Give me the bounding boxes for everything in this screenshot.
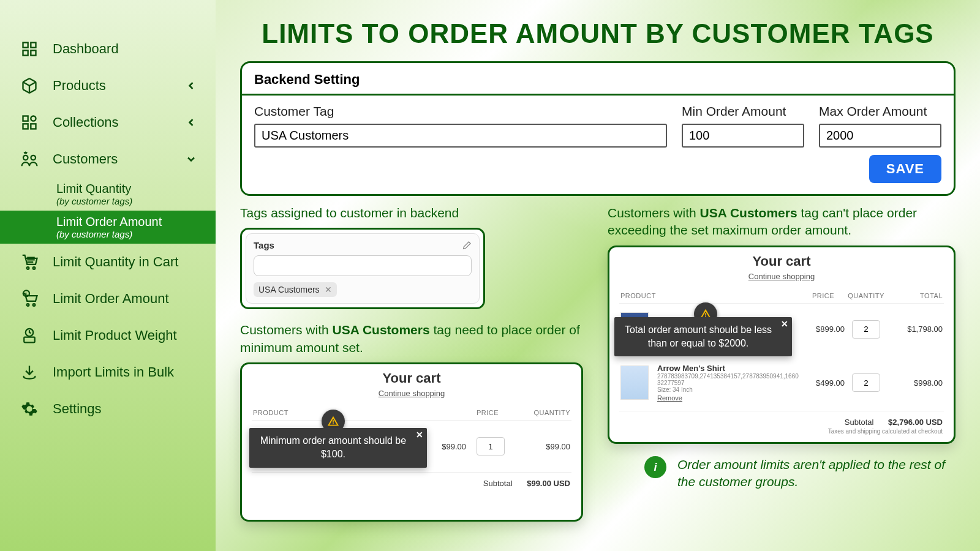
cart-title: Your cart — [619, 253, 944, 269]
nav-settings[interactable]: Settings — [0, 391, 216, 427]
close-icon[interactable]: ✕ — [781, 318, 788, 331]
svg-point-11 — [33, 267, 36, 269]
info-icon: i — [644, 456, 666, 478]
cart-dollar-icon: $ — [18, 288, 40, 310]
sub-title: Limit Order Amount — [56, 214, 197, 229]
svg-rect-2 — [23, 50, 28, 55]
max-tooltip: Total order amount should be less than o… — [614, 317, 792, 357]
min-caption: Customers with USA Customers tag need to… — [240, 321, 583, 356]
remove-link[interactable]: Remove — [657, 394, 682, 402]
tags-caption: Tags assigned to customer in backend — [240, 204, 583, 222]
svg-point-10 — [27, 267, 29, 269]
nav-label: Limit Quantity in Cart — [53, 254, 178, 270]
chevron-right-icon — [185, 80, 197, 92]
product-size: Size: 34 Inch — [657, 386, 802, 393]
save-button[interactable]: SAVE — [869, 155, 941, 183]
nav-label: Products — [53, 78, 106, 94]
dashboard-icon — [18, 38, 40, 60]
min-tooltip: Minimum order amount should be $100. ✕ — [249, 428, 427, 468]
pencil-icon[interactable] — [462, 241, 472, 250]
nav-customers[interactable]: Customers — [0, 141, 216, 178]
import-icon — [18, 361, 40, 383]
product-thumb — [620, 365, 649, 400]
continue-shopping-link[interactable]: Continue shopping — [619, 272, 944, 281]
row-total: $998.00 — [888, 378, 943, 388]
nav-label: Settings — [53, 401, 102, 417]
sub-limit-quantity[interactable]: Limit Quantity (by customer tags) — [0, 178, 216, 211]
product-meta: 278783983709,274135384157,278783950941,1… — [657, 373, 802, 386]
svg-text:$: $ — [25, 291, 28, 296]
product-name: Arrow Men's Shirt — [657, 364, 802, 373]
scale-icon — [18, 324, 40, 347]
chip-label: USA Customers — [258, 285, 320, 294]
sub-subtitle: (by customer tags) — [56, 196, 197, 207]
cart-subtotal: Subtotal $99.00 USD — [252, 472, 571, 488]
nav-limit-qty-cart[interactable]: Limit Quantity in Cart — [0, 244, 216, 280]
row-total: $99.00 — [515, 442, 570, 451]
row-price: $899.00 — [802, 324, 845, 334]
svg-rect-6 — [23, 124, 28, 129]
customer-tag-label: Customer Tag — [254, 104, 667, 119]
nav-import[interactable]: Import Limits in Bulk — [0, 354, 216, 391]
sub-title: Limit Quantity — [56, 181, 197, 196]
info-note: i Order amount limits aren't applied to … — [608, 456, 956, 491]
svg-point-8 — [23, 156, 28, 160]
sub-limit-order-amount[interactable]: Limit Order Amount (by customer tags) — [0, 211, 216, 244]
col-quantity: QUANTITY — [845, 292, 888, 299]
col-quantity: QUANTITY — [515, 409, 570, 416]
min-order-input[interactable] — [682, 124, 804, 148]
col-product: PRODUCT — [620, 292, 802, 299]
qty-input[interactable] — [852, 320, 880, 339]
backend-heading: Backend Setting — [242, 69, 954, 96]
max-caption: Customers with USA Customers tag can't p… — [608, 204, 956, 239]
grid-circle-icon — [18, 111, 40, 133]
sub-subtitle: (by customer tags) — [56, 229, 197, 240]
gear-icon — [18, 398, 40, 420]
backend-setting-card: Backend Setting Customer Tag Min Order A… — [240, 61, 956, 196]
box-icon — [18, 75, 40, 97]
qty-input[interactable] — [852, 373, 880, 392]
cart-row: Arrow Men's Shirt 278783983709,274135384… — [619, 355, 944, 411]
svg-point-9 — [31, 156, 36, 160]
nav-collections[interactable]: Collections — [0, 104, 216, 141]
min-order-label: Min Order Amount — [682, 104, 804, 119]
sidebar: Dashboard Products Collections Customers… — [0, 0, 216, 551]
chevron-down-icon — [185, 153, 197, 165]
row-price: $499.00 — [802, 378, 845, 388]
page-title: LIMITS TO ORDER AMOUNT BY CUSTOMER TAGS — [216, 0, 980, 61]
customer-tag-input[interactable] — [254, 124, 667, 148]
col-total: TOTAL — [888, 292, 943, 299]
cart-title: Your cart — [252, 370, 571, 386]
nav-products[interactable]: Products — [0, 67, 216, 104]
nav-label: Customers — [53, 151, 118, 167]
cart-subtotal: Subtotal $2,796.00 USD — [619, 411, 944, 427]
chevron-right-icon — [185, 116, 197, 129]
col-product: PRODUCT — [253, 409, 460, 416]
info-text: Order amount limits aren't applied to th… — [677, 456, 956, 491]
main-content: LIMITS TO ORDER AMOUNT BY CUSTOMER TAGS … — [216, 0, 980, 551]
close-icon[interactable]: ✕ — [416, 429, 423, 441]
continue-shopping-link[interactable]: Continue shopping — [252, 389, 571, 398]
svg-rect-0 — [23, 43, 28, 48]
tags-label: Tags — [254, 240, 274, 250]
svg-text:i: i — [654, 460, 657, 473]
row-total: $1,798.00 — [888, 324, 943, 334]
nav-limit-weight[interactable]: Limit Product Weight — [0, 317, 216, 354]
max-order-input[interactable] — [819, 124, 941, 148]
nav-limit-order-amount[interactable]: $ Limit Order Amount — [0, 280, 216, 317]
nav-dashboard[interactable]: Dashboard — [0, 31, 216, 67]
chip-remove-icon[interactable]: ✕ — [325, 285, 332, 294]
tags-input[interactable] — [254, 255, 472, 276]
svg-rect-1 — [31, 43, 36, 48]
qty-input[interactable] — [477, 437, 505, 455]
nav-label: Limit Order Amount — [53, 291, 169, 307]
tag-chip: USA Customers ✕ — [254, 282, 337, 297]
tags-card: Tags USA Customers ✕ — [240, 228, 485, 309]
svg-point-5 — [31, 116, 36, 121]
cart-icon — [18, 251, 40, 273]
svg-rect-4 — [23, 116, 28, 121]
max-order-label: Max Order Amount — [819, 104, 941, 119]
svg-rect-17 — [24, 337, 35, 343]
svg-point-13 — [33, 304, 36, 306]
users-icon — [18, 148, 40, 170]
